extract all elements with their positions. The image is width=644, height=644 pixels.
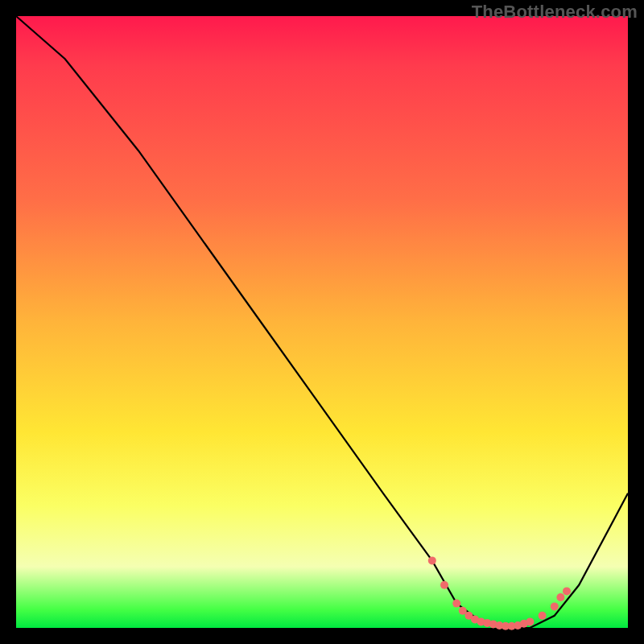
highlight-dot	[428, 556, 436, 564]
highlight-dot	[551, 602, 559, 610]
highlight-dot	[539, 612, 547, 620]
highlight-dot	[452, 600, 460, 608]
highlight-dot	[563, 587, 571, 595]
highlight-dot	[526, 617, 534, 625]
gradient-plot-area	[16, 16, 628, 628]
highlight-dot	[556, 593, 564, 601]
highlight-dot	[440, 581, 448, 589]
chart-frame: TheBottleneck.com	[0, 0, 644, 644]
bottleneck-curve	[16, 16, 628, 628]
bottleneck-curve-svg	[16, 16, 628, 628]
